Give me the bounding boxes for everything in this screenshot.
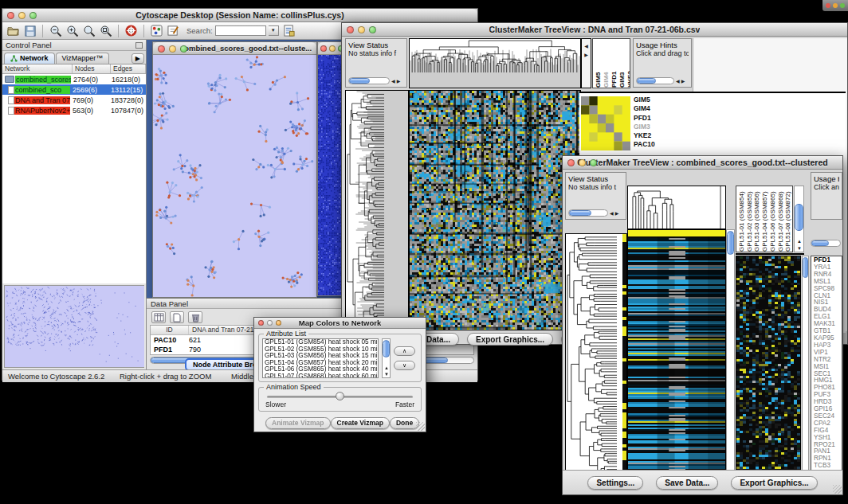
cluster-matrix-canvas[interactable] bbox=[581, 96, 630, 150]
search-dropdown-icon[interactable]: ▼ bbox=[269, 25, 279, 36]
experiment-column-label[interactable]: GPL51-01 (GSM854) bbox=[738, 186, 746, 252]
move-up-button[interactable]: ∧ bbox=[394, 346, 415, 356]
zoom-icon[interactable] bbox=[29, 12, 37, 19]
minimize-icon[interactable] bbox=[18, 12, 26, 19]
column-dendrogram-panel[interactable] bbox=[409, 38, 581, 88]
settings-button[interactable]: Settings... bbox=[587, 476, 643, 490]
zoom-in-icon[interactable] bbox=[65, 24, 79, 37]
vizmapper-icon[interactable] bbox=[150, 24, 163, 37]
network-overview-canvas[interactable] bbox=[5, 286, 144, 367]
selected-cluster-heatmap-canvas[interactable] bbox=[736, 256, 800, 485]
attribute-select-icon[interactable] bbox=[151, 311, 166, 323]
minimize-icon[interactable] bbox=[169, 45, 176, 53]
scroll-right-icon[interactable]: ▶ bbox=[397, 78, 401, 84]
scroll-right-icon[interactable]: ▶ bbox=[615, 210, 619, 217]
treeview-combined-titlebar[interactable]: ClusterMaker TreeView : combined_scores_… bbox=[563, 156, 842, 170]
heatmap-canvas[interactable] bbox=[628, 230, 725, 484]
experiment-column-label[interactable]: GPL51-02 (GSM855) bbox=[746, 186, 754, 252]
heatmap-canvas[interactable] bbox=[410, 91, 580, 330]
scroll-down-icon[interactable]: ▼ bbox=[384, 371, 389, 377]
attribute-list-vscrollbar[interactable]: ▲ ▼ bbox=[382, 338, 391, 378]
minimize-icon[interactable] bbox=[267, 320, 273, 326]
experiment-column-label[interactable]: GPL51-07 (GSM868) bbox=[777, 186, 785, 252]
matrix-row-label[interactable]: PFD1 bbox=[634, 114, 655, 123]
network-list-row[interactable]: combined_scores 2764(0) 16218(0) bbox=[2, 74, 146, 84]
view-status-hscrollbar[interactable] bbox=[348, 77, 390, 84]
scroll-up-icon[interactable]: ▲ bbox=[384, 365, 389, 371]
network-overview-panel[interactable] bbox=[4, 285, 144, 368]
row-dendrogram-panel[interactable] bbox=[345, 90, 409, 330]
scroll-down-icon[interactable]: ▼ bbox=[797, 245, 802, 252]
network-view-titlebar[interactable]: combined_scores_good.txt--cluste... bbox=[153, 42, 316, 55]
save-data-button[interactable]: Save Data... bbox=[656, 476, 718, 490]
close-icon[interactable] bbox=[567, 159, 575, 166]
main-titlebar[interactable]: Cytoscape Desktop (Session Name: collins… bbox=[2, 9, 477, 22]
matrix-row-label[interactable]: PAC10 bbox=[634, 140, 655, 149]
new-attribute-icon[interactable] bbox=[170, 311, 184, 323]
animate-vizmap-button[interactable]: Animate Vizmap bbox=[265, 417, 331, 429]
row-dendrogram-canvas[interactable] bbox=[566, 234, 626, 484]
attribute-list-item[interactable]: GPL51-07 (GSM868) heat shock 60 min bbox=[263, 373, 378, 378]
close-icon[interactable] bbox=[7, 12, 14, 19]
minimize-icon[interactable] bbox=[579, 159, 586, 166]
minimize-icon[interactable] bbox=[358, 26, 365, 33]
heatmap-panel[interactable] bbox=[627, 229, 726, 485]
scroll-thumb[interactable] bbox=[727, 231, 734, 255]
usage-hints-hscrollbar[interactable] bbox=[811, 240, 841, 247]
export-graphics-button[interactable]: Export Graphics... bbox=[731, 476, 817, 490]
close-icon[interactable] bbox=[347, 26, 354, 33]
scroll-thumb[interactable] bbox=[569, 210, 591, 216]
close-icon[interactable] bbox=[826, 3, 830, 8]
selected-cluster-heatmap-panel[interactable] bbox=[736, 256, 801, 486]
slider-thumb[interactable] bbox=[336, 392, 344, 400]
network-list-row[interactable]: RNAPuberNov2+ 563(0) 107847(0) bbox=[2, 105, 146, 115]
scroll-left-icon[interactable]: ◀ bbox=[391, 78, 395, 84]
matrix-column-label[interactable]: GIM5 bbox=[595, 39, 602, 88]
usage-hints-hscrollbar[interactable] bbox=[636, 77, 674, 84]
col-network[interactable]: Network bbox=[2, 64, 73, 73]
heatmap-panel[interactable] bbox=[409, 90, 581, 330]
speed-slider[interactable] bbox=[267, 396, 413, 398]
table-import-icon[interactable] bbox=[282, 24, 296, 37]
matrix-row-label[interactable]: YKE2 bbox=[634, 131, 655, 140]
zoom-icon[interactable] bbox=[590, 159, 597, 166]
delete-attribute-icon[interactable] bbox=[188, 311, 202, 323]
scroll-left-icon[interactable]: ◀ bbox=[584, 44, 588, 49]
help-lifering-icon[interactable] bbox=[124, 24, 138, 37]
annotation-icon[interactable] bbox=[167, 24, 180, 37]
matrix-column-label[interactable]: PFD1 bbox=[610, 39, 618, 88]
open-file-icon[interactable] bbox=[6, 24, 20, 37]
experiment-column-label[interactable]: GPL51-03 (GSM856) bbox=[753, 186, 761, 252]
zoom-fit-icon[interactable] bbox=[99, 24, 112, 37]
scroll-left-icon[interactable]: ◀ bbox=[610, 210, 614, 217]
col-edges[interactable]: Edges bbox=[111, 64, 146, 73]
heatmap-vscrollbar[interactable] bbox=[726, 229, 735, 485]
create-vizmap-button[interactable]: Create Vizmap bbox=[331, 417, 390, 429]
column-dendrogram-panel[interactable] bbox=[627, 186, 726, 229]
row-dendrogram-panel[interactable] bbox=[565, 233, 627, 485]
zoom-icon[interactable] bbox=[840, 3, 845, 8]
network-graph-canvas[interactable] bbox=[153, 55, 316, 297]
minimize-icon[interactable] bbox=[329, 45, 336, 52]
matrix-row-label[interactable]: GIM5 bbox=[634, 96, 655, 104]
treeview-dna-titlebar[interactable]: ClusterMaker TreeView : DNA and Tran 07-… bbox=[342, 23, 847, 37]
scroll-thumb[interactable] bbox=[803, 257, 808, 278]
close-icon[interactable] bbox=[158, 45, 165, 53]
export-graphics-button[interactable]: Export Graphics... bbox=[467, 333, 553, 346]
labels-vscrollbar[interactable]: ▲ ▼ bbox=[794, 186, 804, 252]
scroll-thumb[interactable] bbox=[637, 78, 656, 84]
zoom-icon[interactable] bbox=[276, 320, 281, 326]
experiment-column-label[interactable]: GPL51-08 (GSM872) bbox=[784, 186, 792, 252]
resize-grip[interactable] bbox=[416, 422, 425, 431]
resize-grip[interactable] bbox=[833, 485, 842, 494]
save-icon[interactable] bbox=[23, 24, 37, 37]
view-status-hscrollbar[interactable] bbox=[568, 209, 608, 217]
network-list-row[interactable]: DNA and Tran 07 769(0) 183728(0) bbox=[2, 95, 146, 105]
scroll-thumb[interactable] bbox=[349, 78, 370, 84]
move-down-button[interactable]: ∨ bbox=[394, 361, 415, 370]
dendrogram-scroll-strip[interactable]: ◀ ▶ bbox=[581, 38, 591, 88]
zoom-icon[interactable] bbox=[369, 26, 376, 33]
experiment-column-label[interactable]: GPL51-04 (GSM857) bbox=[761, 186, 769, 252]
scroll-thumb[interactable] bbox=[795, 204, 803, 231]
row-dendrogram-canvas[interactable] bbox=[346, 91, 408, 330]
